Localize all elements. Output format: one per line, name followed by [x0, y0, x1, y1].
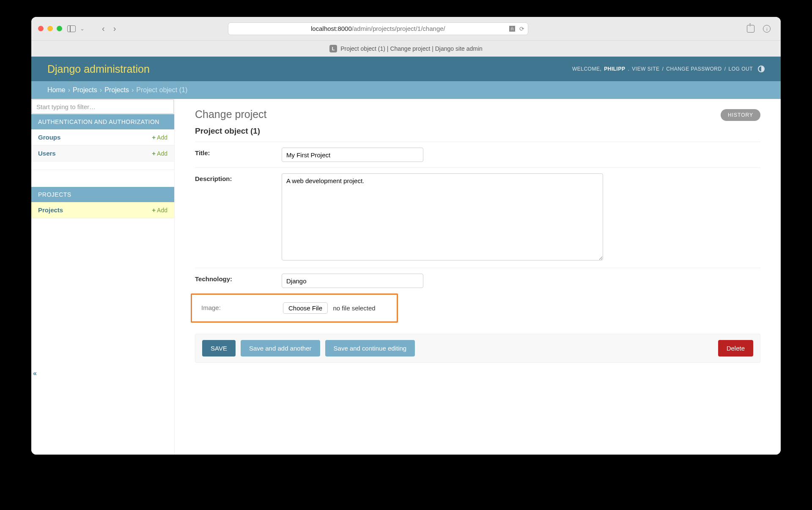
- translate-icon[interactable]: 🅰: [509, 25, 515, 32]
- minimize-window-button[interactable]: [47, 26, 53, 31]
- tab-favicon: L: [329, 45, 337, 52]
- technology-label: Technology:: [195, 274, 282, 288]
- history-button[interactable]: HISTORY: [721, 109, 760, 121]
- add-group-link[interactable]: +Add: [152, 134, 167, 141]
- nav-forward-button[interactable]: ›: [113, 24, 116, 33]
- sidebar-section-auth[interactable]: AUTHENTICATION AND AUTHORIZATION: [31, 114, 174, 129]
- description-label: Description:: [195, 173, 282, 262]
- url-bar[interactable]: localhost:8000/admin/projects/project/1/…: [228, 22, 528, 35]
- maximize-window-button[interactable]: [57, 26, 62, 31]
- browser-window: ⌄ ‹ › localhost:8000/admin/projects/proj…: [31, 17, 781, 455]
- breadcrumb-separator: ›: [100, 86, 102, 94]
- form-row-technology: Technology:: [195, 268, 760, 293]
- username: PHILIPP: [604, 66, 625, 72]
- content: HISTORY Change project Project object (1…: [175, 99, 781, 455]
- url-path: /admin/projects/project/1/change/: [352, 25, 445, 32]
- breadcrumb: Home › Projects › Projects › Project obj…: [31, 81, 781, 99]
- sidebar-item-groups: Groups +Add: [31, 129, 174, 145]
- sidebar-item-projects: Projects +Add: [31, 202, 174, 218]
- file-status: no file selected: [333, 304, 376, 312]
- log-out-link[interactable]: LOG OUT: [728, 66, 753, 72]
- sidebar-link-projects[interactable]: Projects: [38, 206, 63, 214]
- sidebar-link-users[interactable]: Users: [38, 150, 56, 157]
- page-heading: Change project: [195, 108, 760, 121]
- breadcrumb-separator: ›: [132, 86, 134, 94]
- user-links: WELCOME, PHILIPP. VIEW SITE / CHANGE PAS…: [572, 66, 765, 72]
- title-input[interactable]: [282, 148, 423, 162]
- tab-bar: L Project object (1) | Change project | …: [31, 41, 781, 57]
- breadcrumb-current: Project object (1): [136, 86, 187, 94]
- add-user-link[interactable]: +Add: [152, 150, 167, 157]
- downloads-icon[interactable]: [763, 25, 771, 33]
- title-label: Title:: [195, 148, 282, 162]
- save-continue-button[interactable]: Save and continue editing: [325, 340, 415, 356]
- change-password-link[interactable]: CHANGE PASSWORD: [666, 66, 721, 72]
- form-row-image-highlighted: Image: Choose File no file selected: [191, 293, 398, 323]
- sidebar-spacer: [31, 170, 174, 187]
- url-host: localhost:8000: [311, 25, 352, 32]
- sidebar-toggle-icon[interactable]: [67, 25, 76, 32]
- choose-file-button[interactable]: Choose File: [283, 302, 328, 314]
- image-label: Image:: [201, 302, 283, 314]
- breadcrumb-projects-model[interactable]: Projects: [104, 86, 129, 94]
- breadcrumb-separator: ›: [68, 86, 70, 94]
- plus-icon: +: [152, 134, 156, 141]
- view-site-link[interactable]: VIEW SITE: [632, 66, 659, 72]
- sidebar-collapse-handle[interactable]: «: [31, 370, 38, 377]
- sidebar-spacer: [31, 162, 174, 170]
- site-title[interactable]: Django administration: [47, 63, 150, 75]
- form-row-title: Title:: [195, 142, 760, 167]
- reload-icon[interactable]: ⟳: [519, 25, 524, 32]
- window-controls: [38, 26, 62, 31]
- nav-back-button[interactable]: ‹: [102, 24, 105, 33]
- browser-toolbar: ⌄ ‹ › localhost:8000/admin/projects/proj…: [31, 17, 781, 41]
- theme-toggle-icon[interactable]: [758, 66, 765, 72]
- object-title: Project object (1): [195, 126, 760, 136]
- share-icon[interactable]: [747, 25, 754, 33]
- main: « AUTHENTICATION AND AUTHORIZATION Group…: [31, 99, 781, 455]
- description-textarea[interactable]: [282, 173, 603, 260]
- breadcrumb-projects-app[interactable]: Projects: [73, 86, 97, 94]
- sidebar: AUTHENTICATION AND AUTHORIZATION Groups …: [31, 99, 175, 455]
- tab-title[interactable]: Project object (1) | Change project | Dj…: [340, 45, 483, 52]
- plus-icon: +: [152, 150, 156, 157]
- save-add-another-button[interactable]: Save and add another: [241, 340, 320, 356]
- welcome-text: WELCOME,: [572, 66, 601, 72]
- plus-icon: +: [152, 206, 156, 214]
- sidebar-filter-input[interactable]: [32, 99, 174, 114]
- submit-row: SAVE Save and add another Save and conti…: [195, 334, 760, 363]
- breadcrumb-home[interactable]: Home: [47, 86, 66, 94]
- close-window-button[interactable]: [38, 26, 44, 31]
- chevron-down-icon[interactable]: ⌄: [80, 25, 85, 32]
- sidebar-section-projects[interactable]: PROJECTS: [31, 187, 174, 202]
- django-header: Django administration WELCOME, PHILIPP. …: [31, 57, 781, 81]
- technology-input[interactable]: [282, 274, 423, 288]
- save-button[interactable]: SAVE: [202, 340, 236, 356]
- form-row-description: Description:: [195, 167, 760, 268]
- sidebar-link-groups[interactable]: Groups: [38, 134, 60, 141]
- delete-button[interactable]: Delete: [718, 340, 753, 356]
- sidebar-item-users: Users +Add: [31, 145, 174, 162]
- add-project-link[interactable]: +Add: [152, 206, 167, 214]
